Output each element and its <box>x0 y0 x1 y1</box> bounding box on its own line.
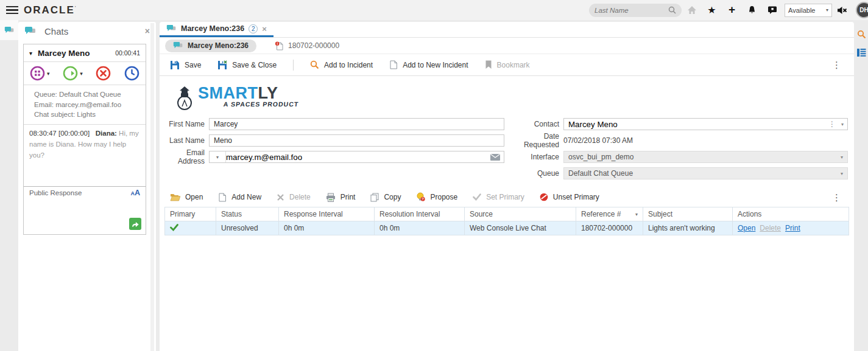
col-source[interactable]: Source <box>465 207 576 221</box>
font-size-icon[interactable]: AA <box>130 189 140 197</box>
col-response-interval[interactable]: Response Interval <box>279 207 375 221</box>
chat-notification-icon[interactable] <box>762 0 782 20</box>
workspace-tab-bar: Marcey Meno:236 2 × <box>160 22 854 38</box>
table-header-row: Primary Status Response Interval Resolut… <box>165 207 849 221</box>
response-mode-bar: Public Response AA <box>24 186 146 199</box>
workspace-panel: Marcey Meno:236 2 × Marcey Meno:236 1807… <box>160 22 854 351</box>
add-new-button[interactable]: Add New <box>218 193 261 202</box>
propose-button[interactable]: ? Propose <box>416 192 457 202</box>
chats-panel: Chats × ▾ Marcey Meno 00:00:41 ▾ ▾ <box>18 22 156 351</box>
cell-primary <box>165 221 216 235</box>
table-row[interactable]: Unresolved 0h 0m 0h 0m Web Console Live … <box>165 221 849 235</box>
add-plus-icon[interactable]: + <box>722 0 742 20</box>
col-actions: Actions <box>733 207 849 221</box>
send-response-button[interactable] <box>129 218 141 230</box>
open-button[interactable]: Open <box>170 193 203 201</box>
conference-button[interactable]: ▾ <box>30 66 50 81</box>
subtab-incident[interactable]: 180702-000000 <box>275 41 339 50</box>
subtab-contact[interactable]: Marcey Meno:236 <box>165 40 256 52</box>
tab-close-icon[interactable]: × <box>262 24 267 33</box>
dock-reports-icon[interactable] <box>854 43 868 61</box>
transfer-button[interactable]: ▾ <box>63 66 83 81</box>
record-toolbar: Save Save & Close Add to Incident Add to… <box>160 54 854 76</box>
col-status[interactable]: Status <box>216 207 279 221</box>
send-icon <box>131 220 139 228</box>
row-print-link[interactable]: Print <box>785 224 800 232</box>
delete-button[interactable]: Delete <box>277 193 311 201</box>
col-resolution-interval[interactable]: Resolution Interval <box>375 207 465 221</box>
chats-icon <box>24 26 37 36</box>
email-type-caret-icon[interactable]: ▾ <box>210 151 226 162</box>
chats-dock-icon[interactable] <box>0 20 18 40</box>
subtab-chat-icon <box>173 41 183 50</box>
chat-panel-scrollbar[interactable] <box>150 23 154 351</box>
mute-speaker-icon[interactable] <box>832 0 852 20</box>
copy-button[interactable]: Copy <box>370 193 401 202</box>
wrap-up-button[interactable] <box>124 66 139 81</box>
dock-search-icon[interactable] <box>854 25 868 43</box>
last-name-label: Last Name <box>164 136 205 145</box>
add-to-new-incident-button[interactable]: Add to New Incident <box>389 60 468 69</box>
save-and-close-button[interactable]: Save & Close <box>217 60 277 70</box>
search-icon[interactable] <box>668 6 676 14</box>
queue-label: Queue <box>512 169 559 178</box>
disconnect-button[interactable] <box>96 66 111 81</box>
notifications-bell-icon[interactable] <box>742 0 762 20</box>
save-close-icon <box>217 60 227 70</box>
contact-dropdown-caret-icon[interactable]: ▾ <box>841 122 844 127</box>
global-search[interactable] <box>589 4 682 17</box>
contact-field[interactable] <box>564 119 828 130</box>
transfer-caret-icon[interactable]: ▾ <box>80 71 83 77</box>
collapse-caret-icon[interactable]: ▾ <box>29 50 32 57</box>
incident-toolbar-overflow-icon[interactable]: ⋮ <box>830 193 844 202</box>
chat-action-bar: ▾ ▾ <box>24 61 146 85</box>
search-input[interactable] <box>595 7 668 14</box>
oracle-logo-text: ORACLE <box>24 4 75 16</box>
date-requested-label: Date Requested <box>512 132 559 149</box>
set-primary-check-icon <box>473 193 481 201</box>
save-label: Save <box>185 61 201 69</box>
bookmark-button[interactable]: Bookmark <box>485 60 530 69</box>
print-button[interactable]: Print <box>326 193 356 202</box>
col-primary[interactable]: Primary <box>165 207 216 221</box>
unset-primary-button[interactable]: Unset Primary <box>540 193 599 201</box>
queue-select[interactable]: Default Chat Queue ▾ <box>563 167 848 179</box>
response-input-area[interactable] <box>24 199 146 234</box>
chat-contact-name: Marcey Meno <box>38 49 90 58</box>
add-to-incident-button[interactable]: Add to Incident <box>310 60 373 69</box>
incident-icon <box>275 41 284 50</box>
set-primary-button[interactable]: Set Primary <box>473 193 524 201</box>
availability-select[interactable]: Available ▾ <box>785 4 832 17</box>
row-open-link[interactable]: Open <box>738 224 755 232</box>
envelope-icon[interactable] <box>490 154 500 161</box>
interface-select[interactable]: osvc_bui_pm_demo ▾ <box>563 151 848 163</box>
email-field[interactable] <box>226 151 490 162</box>
user-avatar[interactable]: DH <box>856 2 868 18</box>
favorites-star-icon[interactable]: ★ <box>702 0 722 20</box>
row-delete-link[interactable]: Delete <box>760 224 781 232</box>
save-button[interactable]: Save <box>170 60 201 70</box>
home-icon[interactable] <box>682 0 702 20</box>
conference-caret-icon[interactable]: ▾ <box>47 71 50 77</box>
col-reference-label: Reference # <box>581 210 621 218</box>
chats-panel-close-icon[interactable]: × <box>145 26 150 36</box>
chat-transcript[interactable]: 08:30:47 [00:00:00] Diana: Hi, my name i… <box>24 124 146 186</box>
clock-icon <box>124 66 139 81</box>
set-primary-label: Set Primary <box>486 193 524 201</box>
oracle-logo: ORACLE’ <box>24 4 77 16</box>
tab-marcey-meno[interactable]: Marcey Meno:236 2 × <box>160 22 273 37</box>
first-name-field[interactable] <box>209 118 504 130</box>
col-reference[interactable]: Reference #▾ <box>576 207 643 221</box>
cell-resolution-interval: 0h 0m <box>375 221 465 235</box>
topbar: ORACLE’ ★ + Available ▾ DH <box>0 0 868 20</box>
queue-value: Default Chat Queue <box>568 169 633 178</box>
delete-label: Delete <box>289 193 311 201</box>
chat-session-card: ▾ Marcey Meno 00:00:41 ▾ ▾ Queue: Defaul… <box>23 44 146 235</box>
toolbar-overflow-icon[interactable]: ⋮ <box>830 60 844 69</box>
contact-options-kebab-icon[interactable]: ⋮ <box>828 120 836 128</box>
last-name-field[interactable] <box>209 134 504 147</box>
logo-smart-text: SMART <box>198 84 258 102</box>
col-subject[interactable]: Subject <box>643 207 733 221</box>
menu-icon[interactable] <box>6 6 18 15</box>
sort-caret-icon[interactable]: ▾ <box>635 212 638 217</box>
